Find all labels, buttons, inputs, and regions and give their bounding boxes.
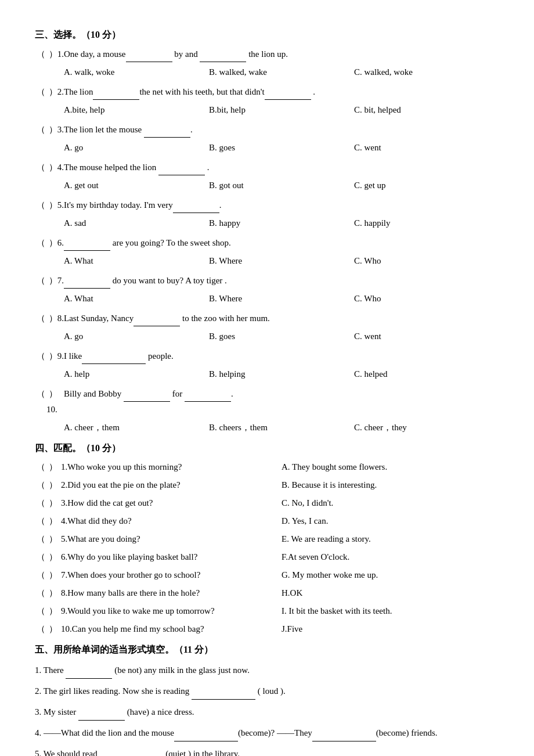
q-num: ）2. [46,84,64,100]
option-c: C. cheer，they [354,420,499,435]
q-num: ）10. [46,386,64,417]
match-right: D. Yes, I can. [282,513,499,529]
option-b: B. cheers，them [209,420,354,435]
option-c: C. Who [354,291,499,307]
options-row: A. get out B. got out C. get up [64,178,499,193]
option-b: B. happy [209,215,354,231]
q-text: I like people. [64,348,499,364]
question-row: （ ）10. Billy and Bobby for . [35,386,499,417]
paren: （ [35,531,46,547]
option-b: B. Where [209,253,354,269]
match-left: 1.Who woke you up this morning? [61,459,282,475]
option-c: C. get up [354,178,499,193]
q-num: ）9. [46,348,64,364]
match-right: J.Five [282,621,499,637]
fill-row: 2. The girl likes reading. Now she is re… [35,682,499,700]
option-c: C. helped [354,366,499,382]
question-row: （ ）7. do you want to buy? A toy tiger . [35,272,499,289]
match-left: 2.Did you eat the pie on the plate? [61,477,282,493]
paren: （ [35,84,46,100]
q-num: ）3. [46,122,64,138]
question-row: （ ）3. The lion let the mouse . [35,121,499,138]
options-row: A. help B. helping C. helped [64,366,499,382]
option-b: B. goes [209,329,354,344]
section4-title: 四、匹配。（10 分） [35,442,499,455]
blank [64,272,110,289]
option-a: A. cheer，them [64,420,209,435]
option-a: A. help [64,366,209,382]
option-a: A. get out [64,178,209,193]
option-a: A.bite, help [64,102,209,118]
match-right: F.At seven O'clock. [282,549,499,565]
paren: （ [35,477,46,493]
q-text: The lion the net with his teeth, but tha… [64,84,499,100]
options-row: A. walk, woke B. walked, wake C. walked,… [64,64,499,80]
q-num: ） [46,621,61,637]
q-num: ） [46,495,61,511]
match-left: 10.Can you help me find my school bag? [61,621,282,637]
blank [93,84,139,100]
q-num: ）1. [46,46,64,62]
match-row: （ ） 8.How many balls are there in the ho… [35,585,499,601]
options-row: A. go B. goes C. went [64,329,499,344]
blank [64,235,110,251]
option-c: C. went [354,140,499,156]
q-text: The mouse helped the lion . [64,159,499,175]
options-row: A. What B. Where C. Who [64,291,499,307]
blank [78,703,125,721]
option-b: B. got out [209,178,354,193]
paren: （ [35,160,46,175]
paren: （ [35,495,46,511]
blank [158,159,205,175]
q-text: One day, a mouse by and the lion up. [64,46,499,62]
blank [192,682,255,700]
match-left: 5.What are you doing? [61,531,282,547]
q-num: ） [46,567,61,583]
options-row: A.bite, help B.bit, help C. bit, helped [64,102,499,118]
match-row: （ ） 1.Who woke you up this morning? A. T… [35,459,499,475]
blank [66,661,112,679]
paren: （ [35,621,46,637]
paren: （ [35,549,46,565]
option-c: C. Who [354,253,499,269]
fill-row: 3. My sister (have) a nice dress. [35,703,499,721]
blank [124,386,170,402]
paren: （ [35,513,46,529]
match-row: （ ） 10.Can you help me find my school ba… [35,621,499,637]
match-left: 9.Would you like to wake me up tomorrow? [61,603,282,619]
blank [312,723,376,741]
paren: （ [35,459,46,475]
q-num: ） [46,513,61,529]
match-row: （ ） 9.Would you like to wake me up tomor… [35,603,499,619]
match-row: （ ） 4.What did they do? D. Yes, I can. [35,513,499,529]
match-row: （ ） 5.What are you doing? E. We are read… [35,531,499,547]
match-right: I. It bit the basket with its teeth. [282,603,499,619]
blank [144,121,190,138]
q-num: ） [46,585,61,601]
match-left: 6.Why do you like playing basket ball? [61,549,282,565]
q-num: ）7. [46,273,64,289]
paren: （ [35,311,46,326]
match-right: H.OK [282,585,499,601]
blank [134,310,180,326]
blank [99,744,163,756]
question-row: （ ）5. It's my birthday today. I'm very . [35,197,499,213]
match-right: E. We are reading a story. [282,531,499,547]
q-text: do you want to buy? A toy tiger . [64,272,499,289]
option-b: B.bit, help [209,102,354,118]
option-b: B. Where [209,291,354,307]
blank [82,348,146,364]
q-num: ） [46,477,61,493]
option-a: A. What [64,253,209,269]
paren: （ [35,585,46,601]
option-b: B. helping [209,366,354,382]
paren: （ [35,122,46,138]
paren: （ [35,386,46,402]
blank [200,46,246,62]
options-row: A. cheer，them B. cheers，them C. cheer，th… [64,420,499,435]
match-row: （ ） 2.Did you eat the pie on the plate? … [35,477,499,493]
q-text: Billy and Bobby for . [64,386,499,402]
match-left: 8.How many balls are there in the hole? [61,585,282,601]
paren: （ [35,46,46,62]
q-text: Last Sunday, Nancy to the zoo with her m… [64,310,499,326]
